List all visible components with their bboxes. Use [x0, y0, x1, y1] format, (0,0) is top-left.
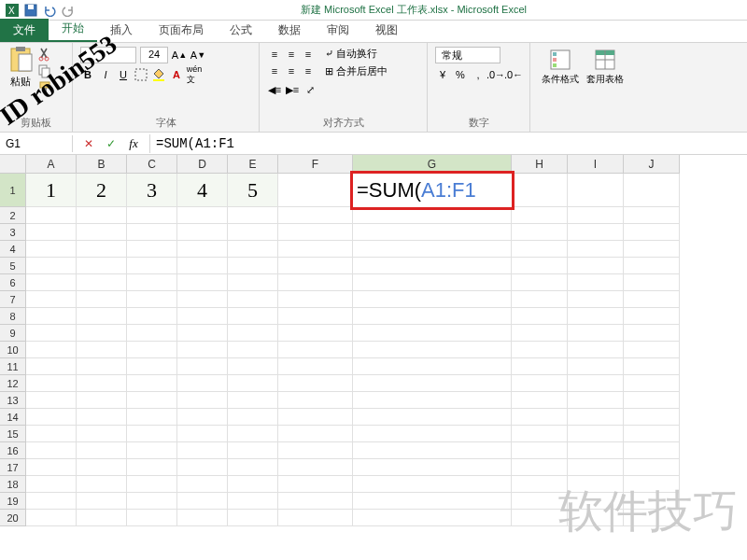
undo-icon[interactable] — [43, 4, 56, 17]
cell-C9[interactable] — [127, 325, 177, 342]
tab-file[interactable]: 文件 — [0, 19, 49, 42]
cell-D12[interactable] — [177, 375, 228, 392]
tab-data[interactable]: 数据 — [265, 19, 314, 42]
format-table-button[interactable]: 套用表格 — [583, 47, 627, 88]
cell-A7[interactable] — [26, 291, 77, 308]
cell-B11[interactable] — [77, 358, 127, 375]
cell-E17[interactable] — [228, 459, 278, 476]
cell-B13[interactable] — [77, 392, 127, 409]
cell-G8[interactable] — [353, 308, 512, 325]
cell-H7[interactable] — [512, 291, 568, 308]
cell-B10[interactable] — [77, 342, 127, 358]
cell-H2[interactable] — [512, 207, 568, 224]
cell-E10[interactable] — [228, 342, 278, 358]
cell-A15[interactable] — [26, 426, 77, 442]
cell-B8[interactable] — [77, 308, 127, 325]
cell-J4[interactable] — [624, 241, 680, 258]
cell-C2[interactable] — [127, 207, 177, 224]
cell-F17[interactable] — [278, 459, 353, 476]
cell-A1[interactable]: 1 — [26, 174, 77, 207]
currency-icon[interactable]: ¥ — [435, 67, 450, 82]
cell-G4[interactable] — [353, 241, 512, 258]
column-header-H[interactable]: H — [512, 155, 568, 174]
cell-C7[interactable] — [127, 291, 177, 308]
percent-icon[interactable]: % — [453, 67, 468, 82]
cell-G10[interactable] — [353, 342, 512, 358]
row-header-8[interactable]: 8 — [0, 308, 26, 325]
tab-view[interactable]: 视图 — [362, 19, 411, 42]
row-header-6[interactable]: 6 — [0, 274, 26, 291]
cell-I20[interactable] — [568, 510, 624, 526]
italic-button[interactable]: I — [98, 67, 113, 82]
cell-D3[interactable] — [177, 224, 228, 241]
cell-J14[interactable] — [624, 409, 680, 426]
align-right-icon[interactable]: ≡ — [301, 63, 316, 78]
cell-H19[interactable] — [512, 493, 568, 510]
cell-I17[interactable] — [568, 459, 624, 476]
cell-C6[interactable] — [127, 274, 177, 291]
cell-E5[interactable] — [228, 258, 278, 274]
wrap-text-button[interactable]: ⤶自动换行 — [325, 47, 388, 61]
cell-J19[interactable] — [624, 493, 680, 510]
column-header-D[interactable]: D — [177, 155, 228, 174]
cell-C17[interactable] — [127, 459, 177, 476]
cell-D19[interactable] — [177, 493, 228, 510]
cell-B9[interactable] — [77, 325, 127, 342]
cell-H18[interactable] — [512, 476, 568, 493]
cell-G15[interactable] — [353, 426, 512, 442]
column-header-A[interactable]: A — [26, 155, 77, 174]
cell-J18[interactable] — [624, 476, 680, 493]
cell-J13[interactable] — [624, 392, 680, 409]
cell-D20[interactable] — [177, 510, 228, 526]
cell-A4[interactable] — [26, 241, 77, 258]
cell-C16[interactable] — [127, 442, 177, 459]
cell-E8[interactable] — [228, 308, 278, 325]
cell-J1[interactable] — [624, 174, 680, 207]
cell-J20[interactable] — [624, 510, 680, 526]
row-header-10[interactable]: 10 — [0, 342, 26, 358]
cell-H4[interactable] — [512, 241, 568, 258]
cell-A20[interactable] — [26, 510, 77, 526]
cell-H20[interactable] — [512, 510, 568, 526]
align-left-icon[interactable]: ≡ — [267, 63, 282, 78]
comma-icon[interactable]: , — [471, 67, 486, 82]
cell-G12[interactable] — [353, 375, 512, 392]
cell-B14[interactable] — [77, 409, 127, 426]
row-header-3[interactable]: 3 — [0, 224, 26, 241]
cell-I12[interactable] — [568, 375, 624, 392]
row-header-12[interactable]: 12 — [0, 375, 26, 392]
row-header-19[interactable]: 19 — [0, 493, 26, 510]
tab-formulas[interactable]: 公式 — [217, 19, 265, 42]
redo-icon[interactable] — [62, 4, 75, 17]
align-top-icon[interactable]: ≡ — [267, 47, 282, 62]
cut-icon[interactable] — [37, 47, 52, 62]
cell-I19[interactable] — [568, 493, 624, 510]
cell-H9[interactable] — [512, 325, 568, 342]
cell-B12[interactable] — [77, 375, 127, 392]
conditional-format-button[interactable]: 条件格式 — [538, 47, 583, 88]
decrease-indent-icon[interactable]: ◀≡ — [267, 82, 282, 97]
font-family-select[interactable] — [80, 47, 136, 63]
cell-B4[interactable] — [77, 241, 127, 258]
cell-H15[interactable] — [512, 426, 568, 442]
cell-A6[interactable] — [26, 274, 77, 291]
cell-C20[interactable] — [127, 510, 177, 526]
cell-A13[interactable] — [26, 392, 77, 409]
cell-D6[interactable] — [177, 274, 228, 291]
cell-B18[interactable] — [77, 476, 127, 493]
increase-font-icon[interactable]: A▲ — [172, 48, 187, 63]
cell-D1[interactable]: 4 — [177, 174, 228, 207]
cell-H1[interactable] — [512, 174, 568, 207]
cell-F6[interactable] — [278, 274, 353, 291]
cell-B7[interactable] — [77, 291, 127, 308]
cell-H13[interactable] — [512, 392, 568, 409]
cell-I11[interactable] — [568, 358, 624, 375]
cell-G6[interactable] — [353, 274, 512, 291]
tab-review[interactable]: 审阅 — [314, 19, 362, 42]
row-header-16[interactable]: 16 — [0, 442, 26, 459]
cell-E6[interactable] — [228, 274, 278, 291]
formula-bar[interactable]: =SUM(A1:F1 — [149, 134, 747, 153]
cell-E11[interactable] — [228, 358, 278, 375]
cell-G16[interactable] — [353, 442, 512, 459]
cell-H16[interactable] — [512, 442, 568, 459]
